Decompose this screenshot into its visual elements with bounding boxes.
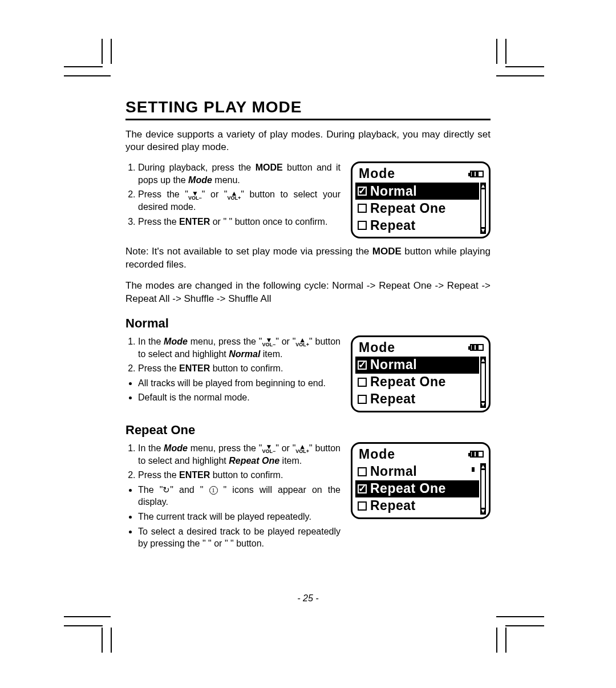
checkbox-icon	[358, 484, 367, 493]
vol-up-icon: ▲VOL+	[295, 444, 309, 454]
lcd-title: Mode	[359, 340, 395, 355]
scroll-down-icon: ▼	[480, 401, 486, 408]
page-number: - 25 -	[0, 593, 616, 604]
checkbox-icon	[358, 187, 367, 196]
battery-icon	[470, 344, 484, 351]
lcd-panel-main: Mode Normal Repeat One Repeat ▲ ▼	[351, 161, 491, 238]
checkbox-icon	[358, 395, 367, 404]
battery-icon	[470, 451, 484, 458]
checkbox-icon	[358, 361, 367, 370]
scroll-down-icon: ▼	[480, 508, 486, 515]
scroll-up-icon: ▲	[480, 183, 486, 189]
normal-bullet-1: All tracks will be played from beginning…	[138, 377, 341, 390]
lcd-title: Mode	[359, 447, 395, 462]
vol-up-icon: ▲VOL+	[295, 338, 309, 347]
repeat-one-bullet-2: The current track will be played repeate…	[138, 511, 341, 523]
repeat-one-step-2: Press the ENTER button to confirm.	[138, 469, 341, 481]
lcd-item-repeat: Repeat	[355, 217, 479, 234]
checkbox-icon	[358, 467, 367, 476]
step-3: Press the ENTER or " " button once to co…	[138, 216, 341, 228]
lcd-panel-normal: Mode Normal Repeat One Repeat ▲ ▼	[351, 335, 491, 412]
lcd-item-repeat-one: Repeat One	[355, 374, 479, 391]
subheading-repeat-one: Repeat One	[125, 423, 491, 438]
intro-text: The device supports a variety of play mo…	[125, 128, 491, 153]
step-1: During playback, press the MODE button a…	[138, 161, 341, 186]
lcd-scrollbar: ▲ ▼	[480, 183, 486, 234]
normal-bullet-2: Default is the normal mode.	[138, 391, 341, 404]
lcd-item-repeat: Repeat	[355, 391, 479, 408]
lcd-scrollbar: ▲ ▼	[480, 463, 486, 515]
vol-down-icon: ▼VOL−	[262, 444, 275, 454]
lcd-title: Mode	[359, 166, 395, 181]
battery-icon	[470, 171, 484, 177]
lcd-item-normal: Normal	[355, 183, 479, 200]
vol-up-icon: ▲VOL+	[228, 191, 241, 201]
lcd-item-repeat-one: Repeat One	[355, 200, 479, 217]
checkbox-icon	[358, 221, 367, 230]
normal-bullets: All tracks will be played from beginning…	[125, 377, 341, 404]
main-steps: During playback, press the MODE button a…	[125, 161, 341, 228]
normal-step-2: Press the ENTER button to confirm.	[138, 362, 341, 375]
checkbox-icon	[358, 204, 367, 213]
repeat-one-step-1: In the Mode menu, press the "▼VOL−" or "…	[138, 442, 341, 467]
note-text: Note: It's not available to set play mod…	[125, 245, 491, 272]
page-title: SETTING PLAY MODE	[125, 98, 491, 120]
one-in-circle-icon: 1	[209, 486, 218, 495]
loop-icon: ↻	[163, 485, 170, 495]
normal-steps: In the Mode menu, press the "▼VOL−" or "…	[125, 335, 341, 375]
lcd-scrollbar: ▲ ▼	[480, 357, 486, 408]
repeat-one-steps: In the Mode menu, press the "▼VOL−" or "…	[125, 442, 341, 481]
repeat-one-bullets: The "↻" and " 1 " icons will appear on t…	[125, 484, 341, 550]
checkbox-icon	[358, 501, 367, 511]
lcd-item-normal: Normal	[355, 463, 479, 480]
scroll-down-icon: ▼	[480, 227, 486, 234]
repeat-one-bullet-3: To select a desired track to be played r…	[138, 525, 341, 550]
normal-step-1: In the Mode menu, press the "▼VOL−" or "…	[138, 335, 341, 360]
scroll-up-icon: ▲	[480, 357, 486, 363]
checkbox-icon	[358, 378, 367, 387]
vol-down-icon: ▼VOL−	[188, 191, 202, 201]
lcd-panel-repeat-one: Mode Normal Repeat One Repeat ▲ ▼	[351, 442, 491, 519]
lcd-item-repeat-one: Repeat One	[355, 480, 479, 497]
repeat-one-bullet-1: The "↻" and " 1 " icons will appear on t…	[138, 484, 341, 508]
subheading-normal: Normal	[125, 316, 491, 331]
lcd-item-repeat: Repeat	[355, 497, 479, 515]
lcd-item-normal: Normal	[355, 357, 479, 374]
step-2: Press the "▼VOL−" or "▲VOL+" button to s…	[138, 188, 341, 213]
cycle-text: The modes are changed in the following c…	[125, 280, 491, 306]
vol-down-icon: ▼VOL−	[262, 338, 275, 347]
scroll-up-icon: ▲	[480, 463, 486, 470]
